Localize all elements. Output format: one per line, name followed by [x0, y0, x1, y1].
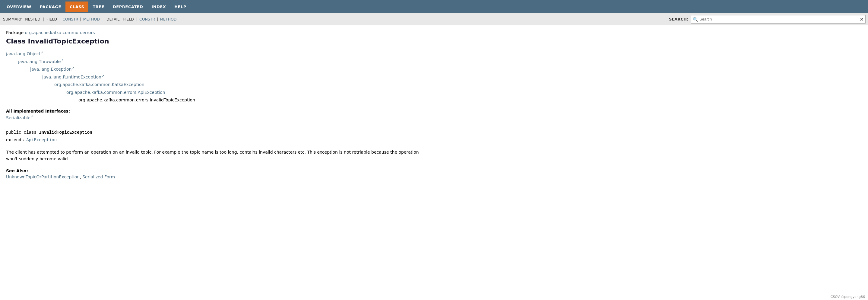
summary-constr-link[interactable]: CONSTR [62, 17, 78, 22]
hierarchy-level-6: org.apache.kafka.common.errors.InvalidTo… [6, 96, 862, 104]
nav-package[interactable]: PACKAGE [36, 1, 65, 12]
summary-nested: NESTED [25, 17, 40, 22]
hierarchy-level-4: org.apache.kafka.common.KafkaException [6, 81, 862, 88]
nav-deprecated[interactable]: DEPRECATED [108, 1, 147, 12]
serialized-form-link[interactable]: Serialized Form [82, 175, 115, 179]
see-also-links: UnknownTopicOrPartitionException, Serial… [6, 175, 862, 179]
nav-index[interactable]: INDEX [147, 1, 170, 12]
hierarchy-link-5[interactable]: org.apache.kafka.common.errors.ApiExcept… [66, 90, 165, 95]
unknown-topic-link[interactable]: UnknownTopicOrPartitionException [6, 175, 80, 179]
see-also-label: See Also: [6, 169, 862, 173]
class-declaration: public class InvalidTopicException exten… [6, 129, 862, 144]
interfaces-section: All Implemented Interfaces: Serializable [6, 109, 862, 120]
search-container: 🔍 × [691, 15, 866, 24]
detail-prefix: DETAIL: [106, 17, 121, 22]
package-link[interactable]: org.apache.kafka.common.errors [25, 30, 95, 35]
hierarchy-level-0: java.lang.Object [6, 50, 862, 58]
interfaces-list: Serializable [6, 115, 862, 120]
current-class: org.apache.kafka.common.errors.InvalidTo… [79, 97, 195, 102]
sub-navigation: SUMMARY: NESTED | FIELD | CONSTR | METHO… [0, 13, 868, 25]
hierarchy-level-2: java.lang.Exception [6, 65, 862, 73]
hierarchy-link-3[interactable]: java.lang.RuntimeException [42, 74, 104, 79]
class-description: The client has attempted to perform an o… [6, 149, 428, 162]
summary-method-link[interactable]: METHOD [83, 17, 100, 22]
nav-class[interactable]: CLASS [65, 1, 89, 12]
search-icon: 🔍 [693, 17, 698, 22]
declaration-line1: public class InvalidTopicException [6, 129, 862, 137]
top-navigation: OVERVIEW PACKAGE CLASS TREE DEPRECATED I… [0, 0, 868, 13]
summary-prefix: SUMMARY: [3, 17, 23, 22]
api-exception-link[interactable]: ApiException [26, 138, 57, 143]
hierarchy-link-4[interactable]: org.apache.kafka.common.KafkaException [54, 82, 145, 87]
interfaces-label: All Implemented Interfaces: [6, 109, 862, 114]
nav-overview[interactable]: OVERVIEW [2, 1, 36, 12]
search-input[interactable] [691, 15, 866, 24]
class-hierarchy: java.lang.Object java.lang.Throwable jav… [6, 50, 862, 104]
nav-tree[interactable]: TREE [88, 1, 108, 12]
sub-nav-right: SEARCH: 🔍 × [669, 15, 866, 24]
divider [6, 125, 862, 125]
hierarchy-level-1: java.lang.Throwable [6, 58, 862, 65]
hierarchy-link-2[interactable]: java.lang.Exception [30, 67, 74, 71]
package-label: Package [6, 30, 24, 35]
serializable-link[interactable]: Serializable [6, 115, 33, 120]
main-content: Package org.apache.kafka.common.errors C… [0, 25, 868, 188]
hierarchy-level-5: org.apache.kafka.common.errors.ApiExcept… [6, 89, 862, 96]
hierarchy-level-3: java.lang.RuntimeException [6, 73, 862, 81]
detail-method-link[interactable]: METHOD [160, 17, 177, 22]
search-label: SEARCH: [669, 17, 688, 22]
see-also-section: See Also: UnknownTopicOrPartitionExcepti… [6, 169, 862, 179]
nav-help[interactable]: HELP [170, 1, 191, 12]
sub-nav-left: SUMMARY: NESTED | FIELD | CONSTR | METHO… [2, 17, 177, 22]
class-title: Class InvalidTopicException [6, 37, 862, 45]
hierarchy-link-0[interactable]: java.lang.Object [6, 51, 43, 56]
hierarchy-link-1[interactable]: java.lang.Throwable [18, 59, 64, 64]
package-line: Package org.apache.kafka.common.errors [6, 30, 862, 35]
search-clear-button[interactable]: × [860, 17, 864, 22]
detail-field: FIELD [123, 17, 134, 22]
summary-field: FIELD [46, 17, 57, 22]
declaration-line2: extends ApiException [6, 137, 862, 144]
detail-constr-link[interactable]: CONSTR [140, 17, 155, 22]
